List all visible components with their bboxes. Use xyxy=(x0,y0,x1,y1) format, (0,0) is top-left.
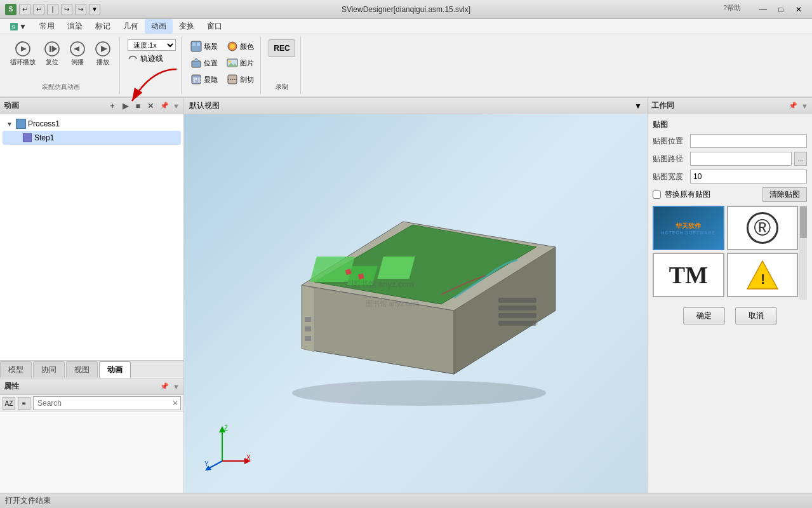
props-content xyxy=(0,412,183,493)
right-panel: 工作同 📌 ▼ 贴图 贴图位置 贴图路径 … 贴图宽度 xyxy=(647,98,812,493)
sticker-item-1[interactable]: 华天软件 HCTECH SOFTWARE xyxy=(653,206,724,250)
undo-btn2[interactable]: ↩ xyxy=(33,4,44,15)
sticker-scrollbar[interactable] xyxy=(799,206,807,300)
sort-category-btn[interactable]: ≡ xyxy=(18,397,30,410)
sticker-item-4[interactable]: ! xyxy=(727,253,799,297)
svg-text:Y: Y xyxy=(204,460,209,467)
play-button[interactable]: 播放 xyxy=(91,38,114,69)
svg-rect-13 xyxy=(197,43,200,46)
color-button[interactable]: 颜色 xyxy=(223,38,258,55)
help-button[interactable]: ?帮助 xyxy=(723,3,741,16)
reverse-button[interactable]: 倒播 xyxy=(66,38,89,69)
work-menu-button[interactable]: ▼ xyxy=(801,102,808,110)
anim-panel-title: 动画 xyxy=(4,100,19,111)
menu-item-mark[interactable]: 标记 xyxy=(89,19,117,34)
visibility-button[interactable]: 显隐 显隐 xyxy=(187,71,222,88)
more-btn[interactable]: ▼ xyxy=(89,4,100,15)
redo-btn2[interactable]: ↪ xyxy=(75,4,86,15)
viewport-menu-icon[interactable]: ▼ xyxy=(634,102,642,110)
search-container: ✕ xyxy=(33,396,181,410)
tab-model[interactable]: 模型 xyxy=(0,361,32,378)
image-button[interactable]: 图片 xyxy=(223,55,258,71)
viewport: 默认视图 ▼ xyxy=(184,98,647,493)
reverse-icon xyxy=(69,40,86,58)
scene-button[interactable]: 场景 xyxy=(187,38,222,55)
visibility-label: 显隐 xyxy=(204,75,218,84)
menu-item-geo[interactable]: 几何 xyxy=(117,19,145,34)
replace-checkbox[interactable] xyxy=(653,190,661,199)
browse-button[interactable]: … xyxy=(794,152,807,166)
position-input[interactable] xyxy=(690,134,807,148)
confirm-button[interactable]: 确定 xyxy=(683,307,725,324)
svg-rect-39 xyxy=(498,321,536,326)
menu-item-transform[interactable]: 变换 xyxy=(173,19,201,34)
path-row: 贴图路径 … xyxy=(653,152,807,166)
svg-rect-33 xyxy=(377,257,415,279)
tm-mark: TM xyxy=(669,261,708,289)
menu-item-render[interactable]: 渲染 xyxy=(61,19,89,34)
sticker-scrollbar-thumb xyxy=(800,206,807,238)
width-input[interactable] xyxy=(690,170,807,184)
step1-item[interactable]: Step1 xyxy=(3,131,181,145)
undo-btn[interactable]: ↩ xyxy=(19,4,30,15)
color-label: 颜色 xyxy=(240,42,254,51)
panel-menu-button[interactable]: ▼ xyxy=(173,102,180,110)
props-panel-header: 属性 📌 ▼ xyxy=(0,378,183,395)
menu-item-window[interactable]: 窗口 xyxy=(201,19,229,34)
position-button[interactable]: 位置 xyxy=(187,55,222,71)
work-pin-button[interactable]: 📌 xyxy=(789,102,797,110)
minimize-button[interactable]: — xyxy=(755,3,771,16)
stop-btn[interactable]: ■ xyxy=(132,100,143,112)
titlebar-right: ?帮助 — □ ✕ xyxy=(723,3,807,16)
props-pin-button[interactable]: 📌 xyxy=(160,382,169,391)
tab-view[interactable]: 视图 xyxy=(66,361,98,378)
props-toolbar: AZ ≡ ✕ xyxy=(0,395,183,412)
process1-label: Process1 xyxy=(28,119,60,128)
sticker-item-2[interactable]: ® xyxy=(727,206,799,250)
speed-select[interactable]: 速度:1x 速度:2x 速度:0.5x xyxy=(128,39,176,51)
process1-item[interactable]: ▼ Process1 xyxy=(3,117,181,131)
tab-coord[interactable]: 协同 xyxy=(33,361,65,378)
svg-rect-16 xyxy=(192,61,201,67)
search-input[interactable] xyxy=(33,396,181,410)
tab-anim[interactable]: 动画 xyxy=(99,361,131,378)
left-panel: 动画 + ▶ ■ ✕ 📌 ▼ ▼ xyxy=(0,98,184,493)
svg-rect-36 xyxy=(498,298,536,303)
props-menu-button[interactable]: ▼ xyxy=(173,383,180,391)
menu-item-file[interactable]: S ▼ xyxy=(3,19,33,34)
speed-group: 速度:1x 速度:2x 速度:0.5x 轨迹线 xyxy=(123,37,182,94)
svg-point-25 xyxy=(292,380,546,406)
sticker-item-3[interactable]: TM xyxy=(653,253,724,297)
main-area: 动画 + ▶ ■ ✕ 📌 ▼ ▼ xyxy=(0,98,812,493)
delete-btn[interactable]: ✕ xyxy=(145,100,156,112)
3d-model-svg xyxy=(251,171,581,412)
status-text: 打开文件结束 xyxy=(5,495,51,506)
clear-button[interactable]: 清除贴图 xyxy=(762,187,807,202)
close-button[interactable]: ✕ xyxy=(790,3,807,16)
play-small-btn[interactable]: ▶ xyxy=(119,100,131,112)
clip-label: 剖切 xyxy=(240,75,254,84)
svg-rect-37 xyxy=(498,305,536,311)
pin-button[interactable]: 📌 xyxy=(160,102,169,110)
viewport-content[interactable]: 管图书馆 anyz.com 图书馆 anyz.com Z X Y xyxy=(184,114,647,493)
menu-item-common[interactable]: 常用 xyxy=(33,19,61,34)
maximize-button[interactable]: □ xyxy=(773,3,789,16)
cancel-button[interactable]: 取消 xyxy=(735,307,777,324)
record-button[interactable]: REC xyxy=(269,39,295,57)
viewport-header: 默认视图 ▼ xyxy=(184,98,647,114)
toolbar: 循环播放 复位 倒播 播放 装配仿真动画 xyxy=(0,34,812,98)
reset-icon xyxy=(43,40,61,58)
redo-btn[interactable]: ↪ xyxy=(61,4,72,15)
process1-expand[interactable]: ▼ xyxy=(5,119,14,128)
path-input[interactable] xyxy=(690,152,792,166)
search-clear-button[interactable]: ✕ xyxy=(172,399,178,408)
menu-item-anim[interactable]: 动画 xyxy=(145,19,173,34)
process-icon xyxy=(16,119,26,129)
clip-button[interactable]: 剖切 xyxy=(223,71,258,88)
work-panel-title: 工作同 xyxy=(651,100,674,111)
record-group: REC 录制 xyxy=(263,37,301,94)
sort-alpha-btn[interactable]: AZ xyxy=(3,397,15,410)
loop-play-button[interactable]: 循环播放 xyxy=(8,38,38,69)
add-btn[interactable]: + xyxy=(107,100,118,112)
reset-button[interactable]: 复位 xyxy=(41,38,63,69)
